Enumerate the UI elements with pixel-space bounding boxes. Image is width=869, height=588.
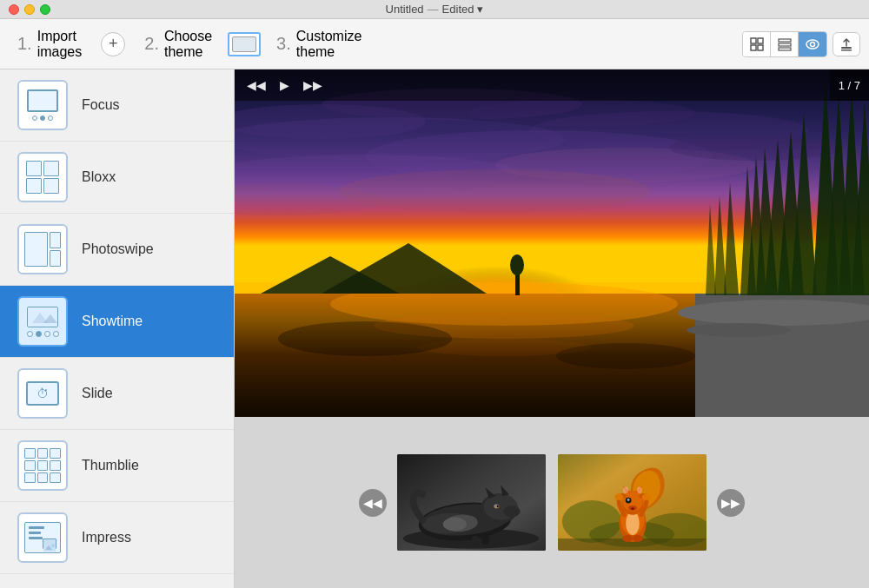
main-image bbox=[235, 69, 869, 417]
grid-cell-4 bbox=[43, 178, 59, 194]
grid-view-button[interactable] bbox=[743, 32, 771, 56]
document-name: Untitled bbox=[386, 3, 424, 16]
tc8 bbox=[37, 472, 49, 483]
svg-rect-2 bbox=[751, 45, 756, 50]
sidebar-item-bloxx[interactable]: Bloxx bbox=[0, 142, 234, 214]
viewer-controls: ◀◀ ▶ ▶▶ bbox=[235, 69, 869, 101]
svg-point-36 bbox=[556, 343, 695, 369]
close-button[interactable] bbox=[9, 4, 19, 15]
impress-text bbox=[29, 526, 44, 539]
pswipe-big bbox=[24, 232, 48, 267]
thumbnails-next-button[interactable]: ▶▶ bbox=[717, 489, 745, 517]
wolf-image bbox=[397, 454, 546, 551]
sidebar-item-focus[interactable]: Focus bbox=[0, 69, 234, 142]
photoswipe-label: Photoswipe bbox=[82, 241, 154, 257]
tc4 bbox=[24, 460, 36, 471]
dot-3 bbox=[48, 116, 53, 121]
sidebar-item-showtime[interactable]: Showtime bbox=[0, 286, 234, 358]
svg-rect-9 bbox=[841, 47, 852, 49]
step2-number: 2. bbox=[144, 34, 159, 54]
dot-2 bbox=[40, 116, 45, 121]
thumbnails-prev-button[interactable]: ◀◀ bbox=[359, 489, 387, 517]
rewind-button[interactable]: ◀◀ bbox=[243, 76, 269, 94]
svg-rect-6 bbox=[779, 48, 791, 50]
svg-point-89 bbox=[627, 499, 630, 501]
impress-line-1 bbox=[29, 526, 44, 529]
view-toggle-group bbox=[742, 31, 827, 57]
sidebar-item-impress[interactable]: Impress bbox=[0, 502, 234, 574]
pswipe-small-2 bbox=[50, 250, 61, 267]
export-icon bbox=[839, 37, 853, 51]
thumblie-theme-icon bbox=[17, 440, 68, 491]
svg-point-94 bbox=[622, 535, 633, 542]
impress-img-svg bbox=[43, 543, 56, 552]
svg-point-40 bbox=[510, 254, 524, 275]
impress-theme-icon bbox=[17, 512, 68, 563]
svg-point-81 bbox=[626, 512, 640, 535]
step1-label-line1: Import bbox=[37, 29, 83, 44]
thumblie-label: Thumblie bbox=[82, 458, 139, 473]
sidebar-item-photoswipe[interactable]: Photoswipe bbox=[0, 214, 234, 286]
thumbnail-wolf[interactable] bbox=[395, 453, 547, 552]
preview-view-button[interactable] bbox=[799, 32, 826, 56]
svg-point-8 bbox=[811, 42, 815, 46]
traffic-lights bbox=[9, 4, 50, 15]
showtime-label: Showtime bbox=[82, 314, 143, 329]
theme-icon bbox=[228, 32, 261, 56]
step1-content: Import images bbox=[37, 29, 83, 60]
svg-rect-73 bbox=[472, 536, 479, 545]
svg-point-91 bbox=[631, 507, 634, 510]
photoswipe-theme-icon bbox=[17, 224, 68, 274]
grid-cell-3 bbox=[26, 178, 42, 194]
step3-customize-theme[interactable]: 3. Customize theme bbox=[268, 23, 370, 65]
slide-rect: ⏱ bbox=[26, 381, 59, 406]
svg-point-66 bbox=[503, 505, 521, 518]
svg-point-92 bbox=[614, 493, 623, 500]
step2-label-line1: Choose bbox=[164, 29, 212, 44]
step2-choose-theme[interactable]: 2. Choose theme bbox=[136, 23, 221, 65]
grid-cell-2 bbox=[43, 161, 59, 176]
svg-rect-1 bbox=[758, 38, 763, 43]
minimize-button[interactable] bbox=[24, 4, 35, 15]
squirrel-image bbox=[558, 454, 706, 551]
svg-point-7 bbox=[806, 40, 819, 49]
show-dot-3 bbox=[44, 331, 50, 337]
maximize-button[interactable] bbox=[40, 4, 50, 15]
show-dot-4 bbox=[53, 331, 59, 337]
export-button[interactable] bbox=[833, 32, 860, 56]
step1-label-line2: images bbox=[37, 44, 83, 60]
svg-point-35 bbox=[278, 321, 452, 356]
list-view-button[interactable] bbox=[771, 32, 799, 56]
focus-icon-shape bbox=[23, 85, 63, 125]
sidebar-item-slide[interactable]: ⏱ Slide bbox=[0, 358, 234, 430]
thumbnail-strip: ◀◀ bbox=[235, 417, 869, 588]
show-dot-1 bbox=[27, 331, 33, 337]
impress-icon-shape bbox=[24, 522, 61, 553]
photoswipe-icon-shape bbox=[24, 232, 61, 267]
preview-area: ◀◀ ▶ ▶▶ 1 / 7 bbox=[235, 69, 869, 588]
svg-point-93 bbox=[642, 493, 651, 500]
toolbar: 1. Import images + 2. Choose theme 3. Cu… bbox=[0, 19, 869, 69]
svg-point-71 bbox=[497, 505, 499, 507]
title-separator: — bbox=[428, 3, 439, 16]
step3-number: 3. bbox=[276, 34, 291, 54]
pswipe-small-1 bbox=[50, 232, 61, 248]
impress-label: Impress bbox=[82, 530, 131, 545]
tc2 bbox=[37, 448, 49, 459]
add-images-button[interactable]: + bbox=[101, 32, 125, 56]
clock-icon: ⏱ bbox=[36, 386, 49, 400]
play-button[interactable]: ▶ bbox=[276, 76, 293, 94]
sidebar: Focus Bloxx Pho bbox=[0, 69, 235, 588]
thumbnail-squirrel[interactable] bbox=[556, 453, 708, 552]
svg-point-16 bbox=[51, 544, 55, 547]
slide-counter: 1 / 7 bbox=[830, 69, 869, 101]
title-chevron[interactable]: ▾ bbox=[477, 3, 483, 16]
step2-label-line2: theme bbox=[164, 44, 212, 60]
tc7 bbox=[24, 472, 36, 483]
eye-icon bbox=[806, 37, 819, 51]
focus-dots bbox=[32, 116, 53, 121]
step1-import[interactable]: 1. Import images bbox=[9, 23, 90, 65]
step1-number: 1. bbox=[17, 34, 32, 54]
sidebar-item-thumblie[interactable]: Thumblie bbox=[0, 430, 234, 502]
fast-forward-button[interactable]: ▶▶ bbox=[300, 76, 326, 94]
